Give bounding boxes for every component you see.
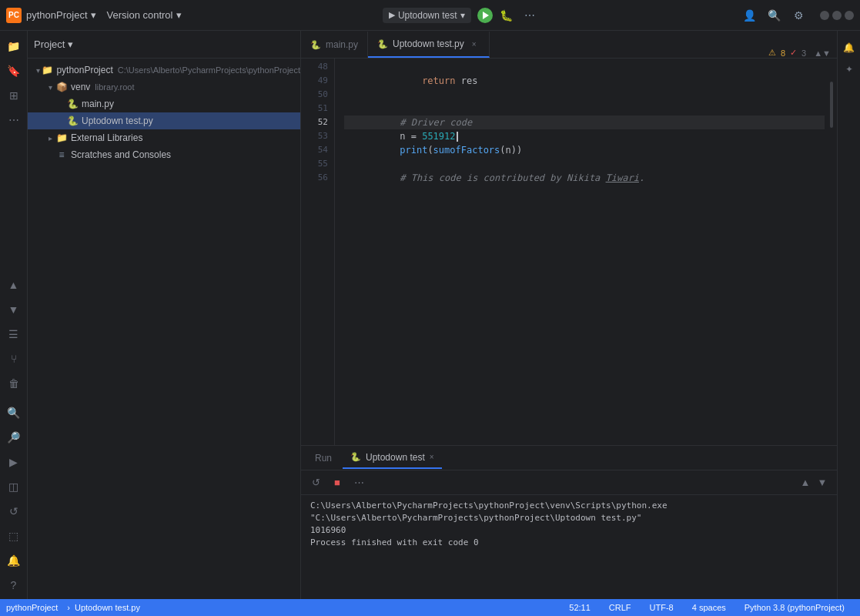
- search-tool-icon[interactable]: 🔍: [3, 402, 25, 424]
- debug-icon: 🐛: [500, 9, 513, 22]
- terminal-output-line: 1016960: [310, 524, 828, 537]
- status-line-ending[interactable]: CRLF: [609, 603, 631, 612]
- down-output-icon[interactable]: ▼: [814, 474, 831, 491]
- scrollbar-thumb[interactable]: [830, 82, 833, 128]
- help-icon[interactable]: ?: [3, 574, 25, 596]
- tab-close-uptodown[interactable]: ×: [469, 38, 480, 49]
- terminal-command-line: C:\Users\Alberto\PycharmProjects\pythonP…: [310, 500, 828, 524]
- profile-icon[interactable]: 👤: [740, 6, 758, 25]
- version-control[interactable]: Version control ▾: [107, 9, 182, 21]
- project-chevron: ▾: [91, 9, 96, 21]
- run-tab-label[interactable]: Run: [307, 447, 340, 469]
- search-icon[interactable]: 🔍: [765, 6, 783, 25]
- run-config-selector[interactable]: ▶ Uptodown test ▾: [383, 8, 471, 23]
- bookmarks-icon[interactable]: 🔖: [3, 60, 25, 82]
- status-project[interactable]: pythonProject: [6, 603, 58, 612]
- tree-item-venv[interactable]: ▾ 📦 venv library.root: [28, 79, 300, 95]
- editor-area: 48 49 50 51 52 53 54 55 56 return res # …: [301, 59, 837, 445]
- services-icon[interactable]: ↺: [3, 500, 25, 522]
- notifications-icon[interactable]: 🔔: [3, 550, 25, 571]
- terminal-icon[interactable]: ⬚: [3, 525, 25, 547]
- status-indent[interactable]: 4 spaces: [692, 603, 726, 612]
- tree-path: C:\Users\Alberto\PycharmProjects\pythonP…: [118, 65, 300, 75]
- tree-item-uptodown[interactable]: 🐍 Uptodown test.py: [28, 112, 300, 129]
- status-position-label: 52:11: [569, 603, 591, 612]
- status-encoding-label: UTF-8: [650, 603, 674, 612]
- tree-item-extlibs[interactable]: ▸ 📁 External Libraries: [28, 129, 300, 146]
- settings-icon[interactable]: ⚙: [789, 6, 808, 25]
- title-bar-center: ▶ Uptodown test ▾ 🐛 ⋯: [182, 6, 741, 25]
- ai-rail-icon[interactable]: ✦: [840, 60, 858, 79]
- more-actions-button[interactable]: ⋯: [520, 6, 539, 25]
- status-position[interactable]: 52:11: [569, 603, 591, 612]
- code-line-48: return res: [344, 60, 825, 74]
- tree-arrow: ▾: [34, 66, 42, 75]
- minimize-button[interactable]: [820, 11, 829, 20]
- terminal-toolbar: ↺ ■ ⋯ ▲ ▼: [301, 470, 837, 495]
- tree-label-scratches: Scratches and Consoles: [71, 149, 171, 160]
- maximize-button[interactable]: [832, 11, 842, 20]
- right-panel: 🐍 main.py 🐍 Uptodown test.py × ⚠ 8 ✓ 3 ▲…: [301, 31, 837, 599]
- project-name: pythonProject: [26, 9, 88, 21]
- run-button[interactable]: [477, 8, 493, 23]
- close-button[interactable]: [845, 11, 854, 20]
- tree-arrow-venv: ▾: [45, 83, 55, 92]
- more-tool-icon[interactable]: ⋯: [3, 109, 25, 131]
- line-num-53: 53: [301, 129, 328, 143]
- tree-item-pythonproject[interactable]: ▾ 📁 pythonProject C:\Users\Alberto\Pycha…: [28, 62, 300, 79]
- terminal-area: Run 🐍 Uptodown test × ↺ ■ ⋯ ▲ ▼ C: [301, 445, 837, 599]
- line-num-50: 50: [301, 88, 328, 102]
- line-num-55: 55: [301, 157, 328, 171]
- editor-scrollbar[interactable]: [825, 59, 837, 445]
- tab-uptodown-icon: 🐍: [377, 39, 388, 49]
- title-bar: PC pythonProject ▾ Version control ▾ ▶ U…: [0, 0, 860, 31]
- status-python[interactable]: Python 3.8 (pythonProject): [745, 603, 845, 612]
- project-title[interactable]: pythonProject ▾: [26, 9, 96, 21]
- tab-uptodown[interactable]: 🐍 Uptodown test.py ×: [368, 32, 490, 58]
- git-icon[interactable]: ⑂: [3, 348, 25, 370]
- tree-item-scratches[interactable]: ≡ Scratches and Consoles: [28, 146, 300, 163]
- rerun-icon[interactable]: ↺: [307, 474, 324, 491]
- tree-item-mainpy[interactable]: 🐍 main.py: [28, 95, 300, 112]
- gutter-collapse-icon[interactable]: ▲▼: [814, 49, 831, 58]
- down-arrow-icon[interactable]: ▼: [3, 299, 25, 320]
- structure-icon[interactable]: ⊞: [3, 85, 25, 106]
- filter-icon[interactable]: ☰: [3, 323, 25, 345]
- tab-mainpy[interactable]: 🐍 main.py: [301, 32, 368, 58]
- delete-icon[interactable]: 🗑: [3, 373, 25, 394]
- errors-count: 3: [801, 49, 806, 58]
- line-num-49: 49: [301, 74, 328, 88]
- terminal-tab-close-icon[interactable]: ×: [430, 453, 434, 461]
- terminal-more-icon[interactable]: ⋯: [350, 474, 367, 491]
- layers-icon[interactable]: ◫: [3, 476, 25, 497]
- terminal-tab-uptodown[interactable]: 🐍 Uptodown test ×: [343, 447, 442, 469]
- up-arrow-icon[interactable]: ▲: [3, 274, 25, 296]
- stop-icon[interactable]: ■: [329, 474, 346, 491]
- run-tool-icon[interactable]: ▶: [3, 451, 25, 473]
- status-encoding[interactable]: UTF-8: [650, 603, 674, 612]
- notifications-rail-icon[interactable]: 🔔: [840, 38, 858, 57]
- terminal-content: C:\Users\Alberto\PycharmProjects\pythonP…: [301, 495, 837, 599]
- scroll-up-icon[interactable]: ▲ ▼: [797, 474, 831, 491]
- tree-label-venv: venv: [71, 82, 90, 92]
- tabs-actions: ⚠ 8 ✓ 3 ▲▼: [768, 48, 837, 58]
- right-icon-rail: 🔔 ✦: [837, 31, 860, 599]
- terminal-tab-label: Uptodown test: [366, 452, 425, 463]
- line-num-54: 54: [301, 143, 328, 157]
- folder-icon: 📁: [42, 65, 53, 75]
- project-view-icon[interactable]: 📁: [3, 35, 25, 57]
- debug-button[interactable]: 🐛: [499, 8, 514, 23]
- tree-label-uptodown: Uptodown test.py: [82, 116, 153, 126]
- inspect-icon[interactable]: 🔎: [3, 427, 25, 448]
- vc-label: Version control: [107, 9, 173, 21]
- line-num-56: 56: [301, 171, 328, 185]
- run-tab-text: Run: [315, 453, 332, 464]
- tree-label-pythonproject: pythonProject: [56, 65, 112, 75]
- panel-title[interactable]: Project ▾: [34, 38, 73, 50]
- up-output-icon[interactable]: ▲: [797, 474, 814, 491]
- tree-label-extlibs: External Libraries: [71, 132, 142, 143]
- py-icon-uptodown: 🐍: [66, 116, 79, 126]
- status-file[interactable]: Uptodown test.py: [75, 603, 140, 612]
- status-file-label: Uptodown test.py: [75, 603, 140, 612]
- code-area[interactable]: return res # Driver code n = 551912 prin…: [335, 59, 825, 445]
